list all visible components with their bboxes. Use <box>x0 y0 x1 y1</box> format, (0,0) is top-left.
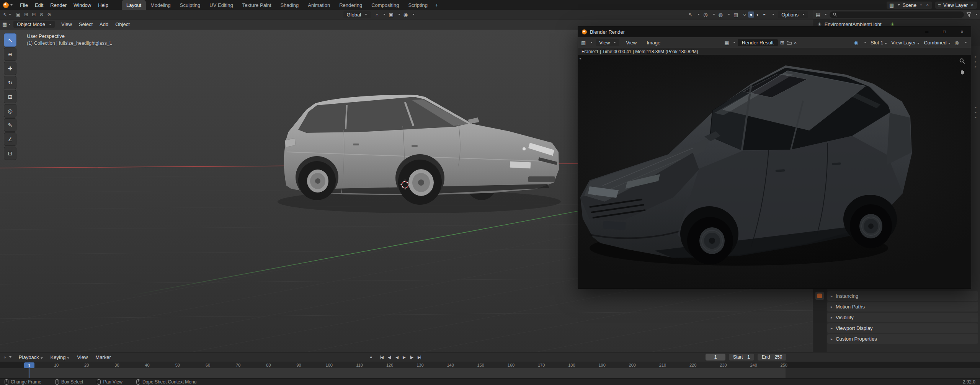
property-panel-header[interactable]: ▸ Viewport Display <box>827 323 978 333</box>
image-editor-icon[interactable]: ▨ <box>581 40 586 45</box>
blender-menu-caret-icon[interactable] <box>10 4 13 6</box>
image-editor-caret-icon[interactable] <box>590 42 593 43</box>
frame-tick[interactable]: 170 <box>536 363 547 367</box>
timeline-ruler[interactable]: 1020304050607080901001101201301401501601… <box>0 362 980 379</box>
add-workspace-button[interactable]: + <box>432 2 441 8</box>
rendered-shading-icon[interactable]: ◓ <box>761 11 767 18</box>
topbar-menu[interactable]: Render <box>47 2 70 8</box>
property-panel-header[interactable]: ▸ Motion Paths <box>827 302 978 312</box>
frame-tick[interactable]: 60 <box>203 363 213 367</box>
zoom-icon[interactable] <box>959 58 965 64</box>
overlays-caret-icon[interactable] <box>728 14 730 15</box>
play-reverse-button[interactable]: ◀ <box>394 354 400 360</box>
workspace-tab[interactable]: UV Editing <box>205 0 237 10</box>
topbar-menu[interactable]: File <box>16 2 31 8</box>
scene-selector[interactable]: ▥ Scene + × <box>887 2 932 9</box>
play-button[interactable]: ▶ <box>401 354 407 360</box>
frame-tick[interactable]: 180 <box>566 363 577 367</box>
image-image-menu[interactable]: Image <box>643 40 664 46</box>
xray-toggle-icon[interactable]: ▨ <box>733 12 738 17</box>
search-input[interactable] <box>839 11 961 18</box>
unlink-scene-button[interactable]: × <box>925 2 929 8</box>
frame-tick[interactable]: 80 <box>263 363 274 367</box>
new-scene-button[interactable]: + <box>919 2 923 8</box>
proportional-edit-icon[interactable]: ◉ <box>403 12 408 17</box>
next-keyframe-button[interactable]: |▶ <box>408 354 415 360</box>
image-gizmos-caret-icon[interactable] <box>965 42 967 43</box>
active-tool-caret-icon[interactable] <box>9 14 11 15</box>
scale-tool[interactable]: ⊞ <box>4 90 16 103</box>
render-slot-dropdown[interactable]: Slot 1 <box>871 40 887 46</box>
frame-tick[interactable]: 70 <box>233 363 243 367</box>
pan-hand-icon[interactable] <box>959 69 965 75</box>
hidden-region-arrows[interactable]: ▸ ▸ ▸ <box>975 55 977 69</box>
region-expand-arrow-icon[interactable]: ▸ <box>975 106 977 109</box>
filter-caret-icon[interactable] <box>975 14 978 15</box>
topbar-menu[interactable]: Edit <box>31 2 47 8</box>
overlays-icon[interactable]: ◍ <box>719 12 723 17</box>
current-frame-field[interactable]: 1 <box>706 354 725 361</box>
frame-tick[interactable]: 210 <box>657 363 668 367</box>
image-name-field[interactable]: Render Result <box>738 39 778 46</box>
workspace-tab[interactable]: Texture Paint <box>238 0 276 10</box>
options-dropdown[interactable]: Options <box>778 11 808 18</box>
region-expand-arrow-icon[interactable]: ▸ <box>975 55 977 59</box>
new-image-icon[interactable]: ⊞ <box>780 40 784 45</box>
remove-view-layer-button[interactable]: × <box>970 2 974 8</box>
timeline-editor-caret-icon[interactable] <box>9 356 11 358</box>
frame-tick[interactable]: 130 <box>415 363 425 367</box>
workspace-tab[interactable]: Scripting <box>403 0 432 10</box>
region-expand-arrow-icon[interactable]: ▸ <box>975 60 977 64</box>
active-tool-icon[interactable]: ↖ <box>3 12 7 17</box>
frame-tick[interactable]: 230 <box>718 363 728 367</box>
mode-dropdown[interactable]: Object Mode <box>13 21 55 28</box>
image-view-menu[interactable]: View <box>622 40 640 46</box>
blender-logo-icon[interactable] <box>3 2 9 8</box>
car-object[interactable] <box>278 95 561 213</box>
viewport-menu[interactable]: Object <box>112 21 133 27</box>
prev-keyframe-button[interactable]: ◀| <box>386 354 393 360</box>
snap-caret-icon[interactable] <box>383 14 385 15</box>
frame-tick[interactable]: 50 <box>172 363 183 367</box>
workspace-tab[interactable]: Compositing <box>367 0 403 10</box>
jump-to-start-button[interactable]: |◀ <box>378 354 385 360</box>
select-box-tool[interactable]: ↖ <box>4 33 16 47</box>
outliner-search[interactable] <box>830 11 964 18</box>
minimize-button[interactable]: ─ <box>918 26 936 37</box>
filter-icon[interactable] <box>967 12 971 17</box>
frame-end-field[interactable]: End 250 <box>758 354 786 361</box>
playback-menu[interactable]: Playback <box>15 354 46 360</box>
pin-caret-icon[interactable] <box>864 42 866 43</box>
viewport-menu[interactable]: Select <box>75 21 96 27</box>
material-preview-icon[interactable]: ◐ <box>755 11 761 18</box>
workspace-tab[interactable]: Layout <box>122 0 146 10</box>
subtract-select-mode-icon[interactable]: ⊟ <box>31 12 37 17</box>
region-expand-arrow-icon[interactable]: ▸ <box>975 116 977 119</box>
object-properties-tab[interactable] <box>815 292 824 300</box>
frame-tick[interactable]: 120 <box>384 363 395 367</box>
property-panel-header[interactable]: ▸ Instancing <box>827 291 978 301</box>
snap-target-icon[interactable]: ▣ <box>389 12 393 17</box>
transform-orientation-dropdown[interactable]: Global <box>343 11 371 18</box>
frame-tick[interactable]: 150 <box>475 363 486 367</box>
jump-to-end-button[interactable]: ▶| <box>416 354 423 360</box>
gizmos-caret-icon[interactable] <box>713 14 715 15</box>
frame-tick[interactable]: 90 <box>294 363 304 367</box>
open-image-icon[interactable] <box>787 41 792 45</box>
render-layer-dropdown[interactable]: View Layer <box>891 40 920 46</box>
workspace-tab[interactable]: Animation <box>303 0 335 10</box>
hidden-region-arrows[interactable]: ▸ ▸ ▸ <box>975 106 977 119</box>
annotate-tool[interactable]: ✎ <box>4 118 16 132</box>
outliner-editor-icon[interactable]: ▤ <box>816 12 820 17</box>
gizmos-icon[interactable]: ◎ <box>703 12 707 17</box>
workspace-tab[interactable]: Rendering <box>335 0 367 10</box>
view-layer-selector[interactable]: ≡ View Layer × <box>935 2 977 9</box>
image-datablock-icon[interactable]: ▦ <box>724 40 729 45</box>
image-browse-caret-icon[interactable] <box>733 42 735 43</box>
render-pass-dropdown[interactable]: Combined <box>924 40 950 46</box>
keying-menu[interactable]: Keying <box>47 354 73 360</box>
pin-icon[interactable]: ◉ <box>854 40 858 45</box>
region-toggle-arrow-icon[interactable]: ◂ <box>579 56 581 60</box>
auto-keying-record-icon[interactable]: ● <box>370 355 372 359</box>
frame-tick[interactable]: 100 <box>324 363 335 367</box>
